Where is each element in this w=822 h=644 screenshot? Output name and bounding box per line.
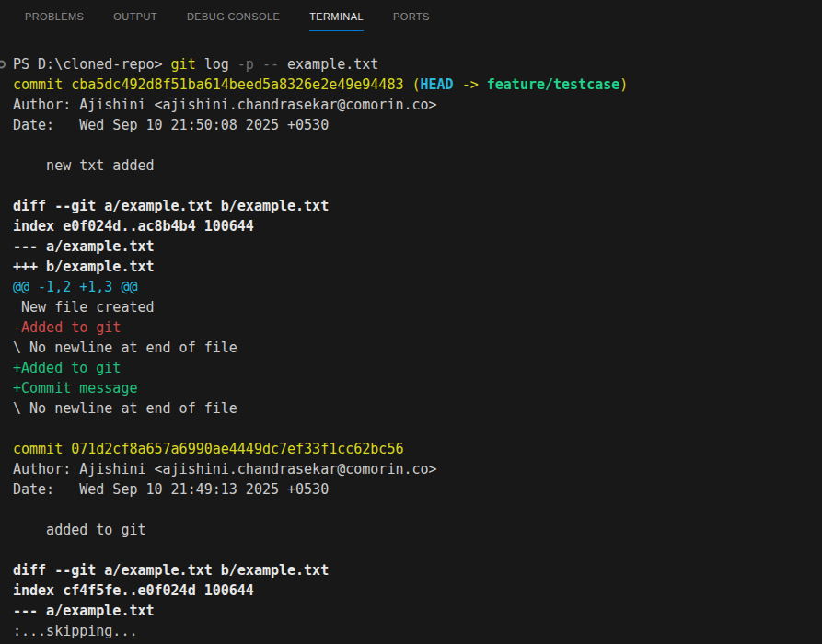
terminal-text: :...skipping... [13,623,137,639]
terminal-text: +++ b/example.txt [13,259,155,275]
commit-message: new txt added [13,155,822,176]
blank-line [13,419,822,439]
panel-tab-problems[interactable]: PROBLEMS [25,0,84,32]
author-line: Author: Ajishini <ajishini.chandrasekar@… [13,459,822,479]
panel-tab-label: DEBUG CONSOLE [187,11,280,22]
terminal-text: log [196,56,237,73]
panel-tab-ports[interactable]: PORTS [393,0,430,32]
author-line: Author: Ajishini <ajishini.chandrasekar@… [13,95,822,115]
diff-no-newline: \ No newline at end of file [13,338,822,358]
terminal-text: Date: Wed Sep 10 21:49:13 2025 +0530 [13,481,329,498]
panel-tab-label: TERMINAL [309,11,364,22]
terminal-text: --- a/example.txt [13,603,155,619]
terminal-text: -> [454,76,487,93]
terminal-text: HEAD [421,76,454,93]
diff-header: diff --git a/example.txt b/example.txt [13,196,822,216]
terminal-text: --- a/example.txt [13,238,155,255]
terminal-text: +Added to git [13,360,121,376]
terminal-text: \ No newline at end of file [13,400,237,417]
terminal-text: Author: Ajishini <ajishini.chandrasekar@… [13,97,437,113]
terminal-text: -p [237,56,254,73]
panel-tab-label: PROBLEMS [25,11,84,22]
terminal-text: +Commit message [13,380,137,397]
diff-new-file: +++ b/example.txt [13,257,822,277]
terminal-text: diff --git a/example.txt b/example.txt [13,562,329,579]
diff-header: diff --git a/example.txt b/example.txt [13,560,822,581]
blank-line [13,135,822,155]
terminal-text: diff --git a/example.txt b/example.txt [13,198,329,214]
terminal-text: new txt added [13,157,155,174]
blank-line [13,540,822,560]
diff-index: index cf4f5fe..e0f024d 100644 [13,581,822,601]
terminal-text: git [171,56,196,73]
terminal-text: feature/testcase [487,76,620,93]
date-line: Date: Wed Sep 10 21:50:08 2025 +0530 [13,115,822,135]
terminal-text: index e0f024d..ac8b4b4 100644 [13,218,254,235]
terminal-text: added to git [13,522,146,538]
terminal-text: PS D:\cloned-repo> [13,56,171,73]
terminal-text: example.txt [279,56,378,73]
diff-no-newline: \ No newline at end of file [13,398,822,419]
terminal-text: Author: Ajishini <ajishini.chandrasekar@… [13,461,437,477]
terminal-text: ) [619,76,628,93]
panel-tab-label: OUTPUT [113,11,157,22]
diff-hunk-header: @@ -1,2 +1,3 @@ [13,277,822,297]
commit-header: commit cba5dc492d8f51ba614beed5a8326e2e4… [13,75,822,95]
panel-tab-output[interactable]: OUTPUT [113,0,157,32]
commit-header: commit 071d2cf8a657a6990ae4449dc7ef33f1c… [13,439,822,459]
terminal-text: New file created [13,299,155,316]
panel-tab-label: PORTS [393,11,430,22]
terminal-text: @@ -1,2 +1,3 @@ [13,279,137,295]
panel-tab-bar: PROBLEMSOUTPUTDEBUG CONSOLETERMINALPORTS [0,0,822,32]
terminal-text: -Added to git [13,319,121,336]
date-line: Date: Wed Sep 10 21:49:13 2025 +0530 [13,479,822,500]
terminal-text [254,56,262,73]
panel-tab-terminal[interactable]: TERMINAL [309,0,364,32]
blank-line [13,176,822,196]
prompt-line: PS D:\cloned-repo> git log -p -- example… [13,54,822,75]
diff-added: +Commit message [13,378,822,398]
terminal-text: Date: Wed Sep 10 21:50:08 2025 +0530 [13,117,329,133]
terminal-text: index cf4f5fe..e0f024d 100644 [13,582,254,599]
terminal-text: commit 071d2cf8a657a6990ae4449dc7ef33f1c… [13,441,403,457]
terminal-output[interactable]: PS D:\cloned-repo> git log -p -- example… [0,32,822,641]
diff-removed: -Added to git [13,317,822,338]
diff-index: index e0f024d..ac8b4b4 100644 [13,216,822,236]
diff-old-file: --- a/example.txt [13,236,822,257]
terminal-text: commit cba5dc492d8f51ba614beed5a8326e2e4… [13,76,421,93]
terminal-text: -- [262,56,279,73]
pager-status: :...skipping... [13,621,822,641]
command-decoration-icon[interactable] [0,61,6,69]
terminal-text: \ No newline at end of file [13,339,237,356]
commit-message: added to git [13,520,822,540]
blank-line [13,500,822,520]
diff-context: New file created [13,297,822,317]
diff-old-file: --- a/example.txt [13,601,822,621]
diff-added: +Added to git [13,358,822,378]
panel-tab-debug-console[interactable]: DEBUG CONSOLE [187,0,280,32]
